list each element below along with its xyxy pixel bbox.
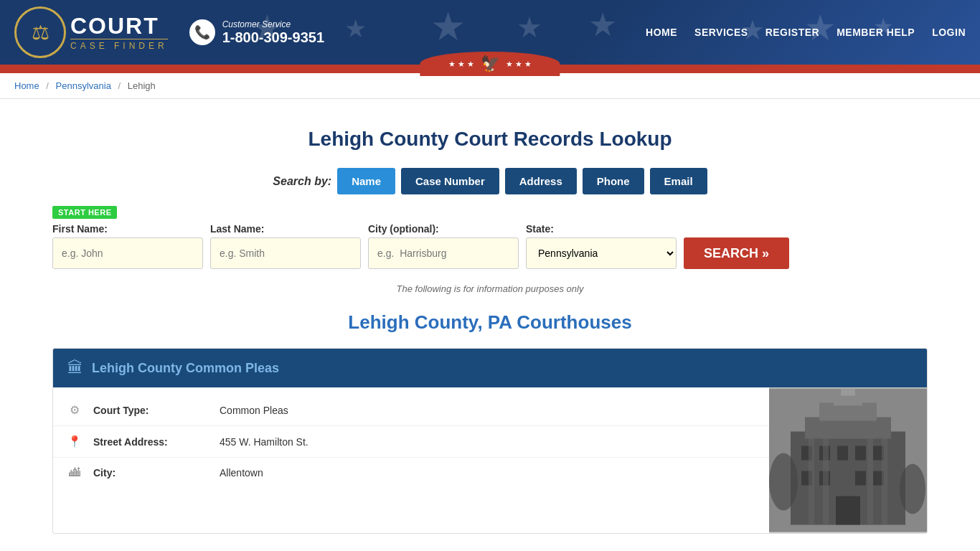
tab-email[interactable]: Email (650, 168, 707, 194)
search-button[interactable]: SEARCH » (684, 237, 789, 269)
svg-rect-4 (834, 395, 862, 406)
svg-rect-19 (882, 432, 887, 525)
search-by-label: Search by: (273, 175, 331, 188)
breadcrumb-sep-1: / (46, 80, 49, 91)
tab-name[interactable]: Name (337, 168, 395, 194)
nav-register[interactable]: REGISTER (765, 27, 820, 38)
site-logo[interactable]: ⚖ COURT CASE FINDER (14, 6, 168, 58)
city-input[interactable] (368, 237, 519, 269)
courthouse-icon: 🏛 (67, 359, 83, 377)
star-decoration: ★ (588, 6, 617, 44)
tab-phone[interactable]: Phone (583, 168, 644, 194)
city-detail-label: City: (93, 467, 208, 479)
phone-number: 1-800-309-9351 (222, 29, 324, 46)
star-decoration: ★ (344, 14, 367, 43)
state-label: State: (526, 223, 677, 235)
breadcrumb-pennsylvania[interactable]: Pennsylvania (56, 80, 111, 91)
nav-member-help[interactable]: MEMBER HELP (837, 27, 915, 38)
courthouses-title: Lehigh County, PA Courthouses (52, 311, 928, 334)
svg-rect-8 (837, 446, 848, 461)
star-decoration: ★ (430, 4, 466, 50)
courthouse-image (769, 387, 927, 533)
courthouse-body: ⚙ Court Type: Common Pleas 📍 Street Addr… (53, 387, 927, 533)
city-detail-value: Allentown (220, 467, 263, 479)
search-by-row: Search by: Name Case Number Address Phon… (52, 168, 928, 194)
court-type-value: Common Pleas (220, 405, 288, 416)
city-label: City (optional): (368, 223, 519, 235)
star-decoration: ★ (517, 11, 542, 44)
breadcrumb-home[interactable]: Home (14, 80, 39, 91)
svg-rect-9 (855, 446, 866, 461)
tab-case-number[interactable]: Case Number (401, 168, 499, 194)
star-right: ★ ★ ★ (506, 60, 532, 69)
svg-rect-13 (855, 471, 866, 486)
first-name-field: First Name: (52, 223, 203, 269)
courthouse-name-link[interactable]: Lehigh County Common Pleas (92, 361, 279, 376)
last-name-label: Last Name: (210, 223, 361, 235)
info-text: The following is for information purpose… (52, 283, 928, 294)
header-phone: 📞 Customer Service 1-800-309-9351 (189, 19, 324, 46)
svg-rect-18 (867, 432, 873, 525)
state-select[interactable]: Pennsylvania Alabama Alaska Arizona Arka… (526, 237, 677, 269)
logo-text-group: COURT CASE FINDER (70, 14, 168, 51)
detail-row-city: 🏙 City: Allentown (53, 458, 769, 488)
phone-label: Customer Service (222, 19, 324, 29)
start-here-text: START HERE (52, 206, 117, 219)
banner-eagle: ★ ★ ★ 🦅 ★ ★ ★ (420, 52, 560, 76)
court-type-label: Court Type: (93, 405, 208, 416)
start-here-badge: START HERE (52, 206, 928, 223)
svg-rect-5 (841, 389, 855, 396)
banner-area: ★ ★ ★ 🦅 ★ ★ ★ (0, 65, 980, 73)
breadcrumb-sep-2: / (118, 80, 121, 91)
phone-icon: 📞 (189, 19, 215, 45)
state-field: State: Pennsylvania Alabama Alaska Arizo… (526, 223, 677, 269)
logo-emblem: ⚖ (14, 6, 66, 58)
first-name-label: First Name: (52, 223, 203, 235)
courthouse-details: ⚙ Court Type: Common Pleas 📍 Street Addr… (53, 387, 769, 533)
nav-login[interactable]: LOGIN (932, 27, 966, 38)
courthouse-card: 🏛 Lehigh County Common Pleas ⚙ Court Typ… (52, 348, 928, 534)
last-name-input[interactable] (210, 237, 361, 269)
page-title: Lehigh County Court Records Lookup (52, 128, 928, 151)
svg-rect-16 (809, 432, 814, 525)
tab-address[interactable]: Address (505, 168, 577, 194)
breadcrumb-current: Lehigh (128, 80, 156, 91)
svg-rect-15 (836, 496, 860, 525)
main-content: Lehigh County Court Records Lookup Searc… (38, 99, 942, 551)
logo-case-finder-text: CASE FINDER (70, 39, 168, 51)
logo-court-text: COURT (70, 14, 168, 37)
nav-home[interactable]: HOME (646, 27, 677, 38)
city-icon: 🏙 (67, 466, 82, 479)
courthouse-photo (769, 387, 927, 533)
nav-services[interactable]: SERVICES (694, 27, 748, 38)
last-name-field: Last Name: (210, 223, 361, 269)
svg-point-20 (769, 453, 798, 511)
detail-row-court-type: ⚙ Court Type: Common Pleas (53, 395, 769, 426)
address-label: Street Address: (93, 436, 208, 448)
address-icon: 📍 (67, 435, 82, 448)
city-field: City (optional): (368, 223, 519, 269)
phone-text: Customer Service 1-800-309-9351 (222, 19, 324, 46)
first-name-input[interactable] (52, 237, 203, 269)
svg-point-21 (900, 464, 925, 514)
star-left: ★ ★ ★ (448, 60, 474, 69)
search-form: First Name: Last Name: City (optional): … (52, 223, 928, 269)
detail-row-address: 📍 Street Address: 455 W. Hamilton St. (53, 426, 769, 458)
court-type-icon: ⚙ (67, 403, 82, 417)
svg-rect-17 (823, 432, 829, 525)
courthouse-header: 🏛 Lehigh County Common Pleas (53, 349, 927, 387)
breadcrumb: Home / Pennsylvania / Lehigh (0, 73, 980, 99)
address-value: 455 W. Hamilton St. (220, 436, 308, 448)
main-nav: HOME SERVICES REGISTER MEMBER HELP LOGIN (646, 27, 966, 38)
